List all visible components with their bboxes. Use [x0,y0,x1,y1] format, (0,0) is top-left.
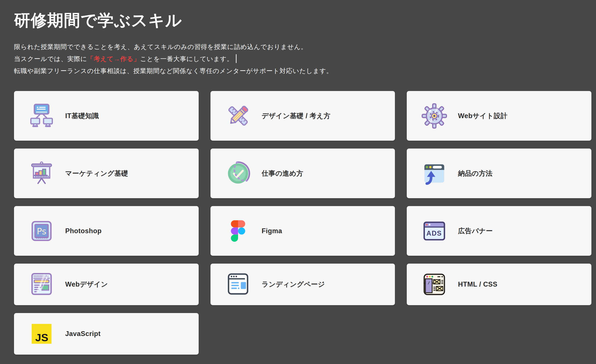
text-cursor [236,54,237,63]
skill-card-javascript[interactable]: JS JavaScript [14,313,199,355]
javascript-icon: JS [29,321,54,347]
skill-card-label: Figma [262,227,282,235]
skill-card-label: 納品の方法 [458,169,492,178]
skill-card-label: マーケティング基礎 [65,169,128,178]
skill-card-design-basics[interactable]: デザイン基礎 / 考え方 [210,91,395,141]
skill-card-label: 広告バナー [458,226,493,236]
intro-line-3: 転職や副業フリーランスの仕事相談は、授業期間など関係なく専任のメンターがサポート… [14,65,591,77]
intro-line-2: 当スクールでは、実際に「考えて→作る」ことを一番大事にしています。 [14,53,591,65]
skill-card-label: HTML / CSS [458,281,497,288]
svg-text:Ps: Ps [37,226,46,236]
svg-text:ADS: ADS [426,230,442,237]
skill-card-label: Photoshop [65,227,102,235]
skill-card-label: 仕事の進め方 [262,169,303,178]
skill-card-label: JavaScript [65,330,101,338]
ads-banner-icon: ADS [422,218,447,244]
skill-card-label: デザイン基礎 / 考え方 [262,111,330,120]
page-title: 研修期間で学ぶスキル [14,11,591,29]
skill-card-ad-banner[interactable]: ADS 広告バナー [407,206,591,256]
skill-card-photoshop[interactable]: Ps Photoshop [14,206,199,256]
skill-card-label: Webデザイン [65,280,108,289]
ruler-pencil-icon [225,103,251,129]
check-circle-icon [225,161,251,186]
skill-card-web-design[interactable]: Webデザイン [14,264,199,305]
skills-section: 研修期間で学ぶスキル 限られた授業期間でできることを考え、あえてスキルのみの習得… [0,0,596,364]
intro-text[interactable]: 限られた授業期間でできることを考え、あえてスキルのみの習得を授業に詰め込んでおり… [14,41,591,77]
presentation-chart-icon [29,161,54,186]
gear-icon [422,103,447,129]
skills-grid: IT基礎知識 [14,91,591,355]
skill-card-label: Webサイト設計 [458,111,507,120]
web-layout-icon [29,272,54,297]
landing-page-icon [225,272,251,297]
highlighted-phrase: 「考えて→作る」 [87,55,140,62]
skill-card-html-css[interactable]: < / > HTML / CSS [407,264,591,305]
intro-line-1: 限られた授業期間でできることを考え、あえてスキルのみの習得を授業に詰め込んでおり… [14,41,591,53]
skill-card-figma[interactable]: Figma [210,206,395,256]
skill-card-work-process[interactable]: 仕事の進め方 [210,149,395,198]
skill-card-it-basics[interactable]: IT基礎知識 [14,91,199,141]
skill-card-website-planning[interactable]: Webサイト設計 [407,91,591,141]
figma-icon [225,218,251,244]
code-window-icon: < / > [422,272,447,297]
skill-card-label: IT基礎知識 [65,111,99,120]
browser-upload-icon [422,161,447,186]
skill-card-marketing-basics[interactable]: マーケティング基礎 [14,149,199,198]
photoshop-icon: Ps [29,218,54,244]
skill-card-delivery-method[interactable]: 納品の方法 [407,149,591,198]
network-computers-icon [29,103,54,129]
skill-card-label: ランディングページ [262,280,325,289]
skill-card-landing-page[interactable]: ランディングページ [210,264,395,305]
svg-text:JS: JS [35,332,48,344]
